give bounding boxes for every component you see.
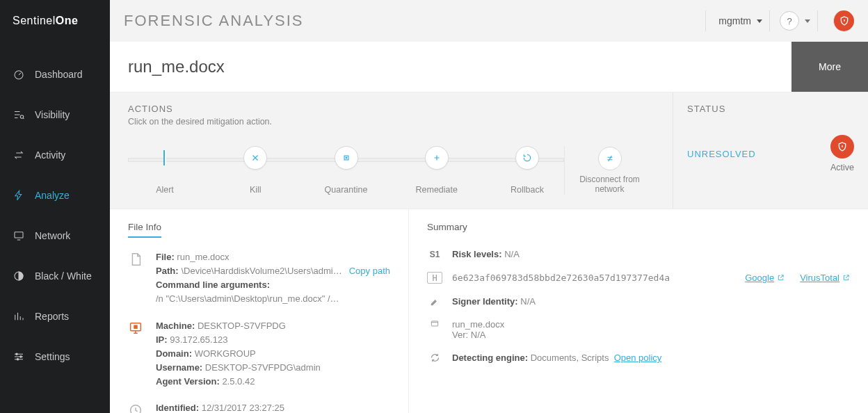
sidebar-item-settings[interactable]: Settings (0, 337, 110, 377)
actions-panel: ACTIONS Click on the desired mitigation … (110, 92, 673, 209)
status-heading: STATUS (687, 104, 854, 114)
path-label: Path: (156, 264, 179, 278)
help-button[interactable]: ? (780, 11, 799, 31)
identified-value: 12/31/2017 23:27:25 (202, 403, 284, 413)
summary-signer-row: Signer Identity: N/A (427, 296, 850, 307)
alert-marker-icon (163, 150, 166, 165)
risk-value: N/A (504, 249, 520, 259)
sidebar-item-label: Activity (35, 149, 65, 161)
signer-label: Signer Identity: (452, 296, 518, 307)
file-icon (128, 250, 146, 307)
sidebar-item-dashboard[interactable]: Dashboard (0, 54, 110, 95)
svg-rect-2 (15, 232, 23, 238)
svg-point-5 (20, 356, 22, 357)
user-menu[interactable]: mgmtm (705, 10, 762, 31)
file-info-panel: File Info File: run_me.docx Path: \Devic… (110, 209, 409, 413)
agent-version-value: 2.5.0.42 (222, 376, 255, 387)
summary-filename: run_me.docx (452, 319, 504, 330)
sidebar-item-label: Visibility (35, 109, 70, 120)
sidebar-item-black-white[interactable]: Black / White (0, 256, 110, 296)
not-equal-icon (598, 147, 622, 170)
action-rollback[interactable]: Rollback (496, 146, 558, 195)
summary-risk-row: S1 Risk levels: N/A (427, 249, 850, 259)
alert-shield-button[interactable] (833, 10, 854, 31)
sidebar-item-label: Network (35, 230, 70, 241)
disconnect-label: Disconnect from network (569, 175, 650, 195)
brand-part2: One (56, 15, 79, 27)
sidebar-item-label: Black / White (35, 270, 92, 282)
virustotal-link[interactable]: VirusTotal (800, 273, 850, 283)
monitor-icon (13, 229, 25, 242)
action-kill[interactable]: Kill (224, 146, 287, 195)
topbar-right: mgmtm ? (705, 10, 854, 31)
ver-value: N/A (471, 330, 486, 340)
chevron-down-icon[interactable] (805, 19, 810, 23)
sidebar-item-label: Settings (35, 351, 70, 362)
status-state[interactable]: UNRESOLVED (687, 149, 756, 159)
external-link-icon (777, 274, 785, 282)
username-value: DESKTOP-S7VFPDG\admin (205, 362, 321, 373)
status-panel: STATUS UNRESOLVED Active (673, 92, 868, 209)
sidebar-nav: Dashboard Visibility Activity Analyze Ne… (0, 42, 110, 377)
machine-value: DESKTOP-S7VFPDG (198, 321, 286, 331)
sidebar-item-visibility[interactable]: Visibility (0, 95, 110, 135)
cmd-args-label: Command line arguments: (156, 280, 270, 290)
svg-rect-10 (134, 325, 138, 329)
status-active: Active (830, 135, 854, 172)
brand-logo: SentinelOne (0, 0, 110, 42)
list-search-icon (13, 108, 25, 121)
hash-value: 6e623af069783d58bbd2e72630a57d197377ed4a (452, 273, 670, 283)
engine-label: Detecting engine: (452, 353, 528, 363)
step-label: Quarantine (325, 185, 368, 195)
risk-label: Risk levels: (452, 249, 502, 259)
action-quarantine[interactable]: Quarantine (315, 146, 378, 195)
username-label: Username: (156, 362, 202, 373)
ver-label: Ver: (452, 330, 468, 340)
signer-value: N/A (520, 296, 536, 307)
svg-point-6 (17, 359, 18, 360)
more-button[interactable]: More (791, 42, 868, 92)
step-label: Rollback (511, 185, 544, 195)
sidebar-item-analyze[interactable]: Analyze (0, 175, 110, 216)
action-disconnect[interactable]: Disconnect from network (564, 146, 654, 195)
sidebar-item-label: Dashboard (35, 69, 83, 80)
sidebar-item-reports[interactable]: Reports (0, 296, 110, 337)
active-label: Active (830, 163, 854, 172)
svg-point-8 (346, 157, 347, 159)
ip-label: IP: (156, 334, 168, 345)
main-panel: FORENSIC ANALYSIS mgmtm ? run_me. (110, 0, 868, 413)
threat-title: run_me.docx (110, 42, 791, 92)
meta-row: ACTIONS Click on the desired mitigation … (110, 92, 868, 209)
bolt-icon (13, 189, 25, 202)
contrast-icon (13, 270, 25, 282)
mitigation-track: Alert Kill Quarantine (128, 146, 564, 195)
identified-label: Identified: (156, 403, 199, 413)
open-policy-link[interactable]: Open policy (614, 353, 662, 363)
brand-part1: Sentinel (13, 15, 56, 27)
window-icon (427, 319, 442, 329)
more-label: More (819, 61, 841, 72)
page-title: FORENSIC ANALYSIS (124, 12, 304, 30)
step-label: Alert (156, 185, 174, 195)
sidebar-item-label: Reports (35, 311, 69, 322)
action-alert[interactable]: Alert (134, 146, 196, 195)
domain-label: Domain: (156, 348, 192, 359)
sidebar-item-activity[interactable]: Activity (0, 135, 110, 175)
title-row: run_me.docx More (110, 42, 868, 92)
summary-heading: Summary (427, 222, 467, 236)
file-label: File: (156, 252, 175, 262)
sidebar-item-label: Analyze (35, 190, 70, 201)
plus-icon (425, 146, 449, 170)
target-icon (335, 146, 358, 170)
agent-version-label: Agent Version: (156, 376, 220, 387)
file-info-machine-block: Machine: DESKTOP-S7VFPDG IP: 93.172.65.1… (128, 319, 390, 389)
gauge-icon (13, 68, 25, 81)
action-remediate[interactable]: Remediate (405, 146, 468, 195)
google-link[interactable]: Google (745, 273, 785, 283)
sidebar-item-network[interactable]: Network (0, 216, 110, 256)
summary-engine-row: Detecting engine: Documents, Scripts Ope… (427, 353, 850, 363)
copy-path-link[interactable]: Copy path (349, 264, 390, 278)
desktop-icon (128, 319, 146, 389)
hash-icon: H (427, 272, 442, 284)
topbar: FORENSIC ANALYSIS mgmtm ? (110, 0, 868, 42)
